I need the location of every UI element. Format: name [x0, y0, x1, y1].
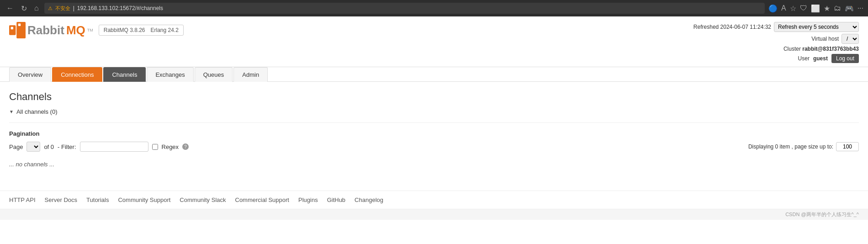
rabbitmq-version: RabbitMQ 3.8.26 [104, 27, 145, 33]
home-button[interactable]: ⌂ [32, 2, 41, 14]
erlang-version: Erlang 24.2 [151, 27, 179, 33]
svg-rect-2 [18, 24, 21, 26]
logo: RabbitMQTM [9, 22, 93, 38]
address-separator: | [73, 5, 74, 11]
footer-link-plugins[interactable]: Plugins [298, 196, 318, 203]
footer-link-community-slack[interactable]: Community Slack [180, 196, 226, 203]
vhost-select[interactable]: / [842, 34, 859, 44]
cluster-row: Cluster rabbit@831f3763bb43 [693, 46, 859, 52]
footer-link-tutorials[interactable]: Tutorials [86, 196, 109, 203]
refresh-row: Refreshed 2024-06-07 11:24:32 Refresh ev… [693, 22, 859, 32]
cluster-name: rabbit@831f3763bb43 [802, 46, 859, 52]
tab-overview[interactable]: Overview [9, 67, 51, 82]
filter-input[interactable] [80, 142, 148, 152]
profile-icon[interactable]: A [781, 4, 786, 12]
pagination-controls: Page of 0 - Filter: Regex ? Displaying 0… [9, 142, 859, 152]
logout-button[interactable]: Log out [831, 54, 859, 63]
filter-label: - Filter: [58, 143, 76, 150]
vhost-row: Virtual host / [693, 34, 859, 44]
no-channels-message: ... no channels ... [9, 161, 859, 168]
svg-rect-3 [11, 27, 13, 29]
logo-mq-text: MQ [66, 23, 85, 37]
logo-tm: TM [87, 28, 93, 32]
more-icon[interactable]: ··· [857, 4, 863, 12]
pagination-right: Displaying 0 item , page size up to: [748, 142, 859, 151]
footer-links: HTTP API Server Docs Tutorials Community… [0, 191, 868, 209]
page-select[interactable] [26, 142, 40, 152]
refresh-select[interactable]: Refresh every 5 seconds Refresh every 10… [774, 22, 859, 32]
browser-chrome: ← ↻ ⌂ ⚠ 不安全 | 192.168.133.102:15672/#/ch… [0, 0, 868, 16]
tab-channels[interactable]: Channels [103, 67, 146, 82]
bottom-bar-text: CSDN @两年半的个人练习生^_^ [785, 212, 859, 217]
tab-admin[interactable]: Admin [233, 67, 268, 82]
all-channels-label: All channels (0) [16, 108, 58, 115]
address-bar: ⚠ 不安全 | 192.168.133.102:15672/#/channels [44, 3, 765, 14]
pagination-label: Pagination [9, 130, 859, 137]
sidebar-icon[interactable]: ⬜ [811, 4, 820, 13]
bottom-bar: CSDN @两年半的个人练习生^_^ [0, 209, 868, 220]
footer-link-http-api[interactable]: HTTP API [9, 196, 36, 203]
section-arrow-icon: ▼ [9, 109, 14, 114]
refresh-button[interactable]: ↻ [19, 2, 29, 15]
app-header: RabbitMQTM RabbitMQ 3.8.26 Erlang 24.2 R… [0, 16, 868, 67]
user-row: User guest Log out [693, 54, 859, 63]
version-info: RabbitMQ 3.8.26 Erlang 24.2 [99, 25, 184, 36]
svg-rect-1 [16, 22, 26, 38]
cluster-label: Cluster [783, 46, 801, 52]
footer-link-changelog[interactable]: Changelog [355, 196, 383, 203]
edge-icon[interactable]: 🔵 [768, 4, 778, 13]
logo-rabbit-text: Rabbit [27, 23, 64, 37]
back-button[interactable]: ← [5, 2, 16, 14]
regex-checkbox[interactable] [152, 144, 158, 150]
header-right: Refreshed 2024-06-07 11:24:32 Refresh ev… [693, 22, 859, 67]
collections-icon[interactable]: ★ [824, 4, 830, 13]
browser-actions: 🔵 A ☆ 🛡 ⬜ ★ 🗂 🎮 ··· [768, 4, 863, 13]
refreshed-timestamp: Refreshed 2024-06-07 11:24:32 [693, 24, 771, 30]
tab-connections[interactable]: Connections [52, 67, 102, 82]
user-name: guest [813, 55, 828, 62]
section-divider [9, 122, 859, 123]
regex-help-icon[interactable]: ? [182, 143, 189, 150]
logo-area: RabbitMQTM RabbitMQ 3.8.26 Erlang 24.2 [9, 22, 184, 42]
pagination-left: Page of 0 - Filter: Regex ? [9, 142, 189, 152]
tab-icon[interactable]: 🗂 [834, 4, 841, 12]
of-label: of 0 [44, 143, 54, 150]
rabbitmq-logo-icon [9, 22, 26, 38]
copilot-icon[interactable]: 🎮 [845, 4, 854, 13]
footer-link-commercial-support[interactable]: Commercial Support [235, 196, 290, 203]
main-content: Channels ▼ All channels (0) Pagination P… [0, 82, 868, 191]
nav-tabs: Overview Connections Channels Exchanges … [0, 67, 868, 82]
extension-icon[interactable]: 🛡 [800, 4, 807, 12]
url-text[interactable]: 192.168.133.102:15672/#/channels [77, 5, 163, 11]
displaying-label: Displaying 0 item , page size up to: [748, 143, 833, 150]
page-title: Channels [9, 91, 859, 103]
page-label: Page [9, 143, 23, 150]
svg-rect-0 [9, 25, 16, 35]
warning-icon: ⚠ [48, 5, 53, 11]
favorite-icon[interactable]: ☆ [790, 4, 796, 13]
regex-label: Regex [162, 143, 179, 150]
tab-exchanges[interactable]: Exchanges [147, 67, 193, 82]
footer-link-server-docs[interactable]: Server Docs [45, 196, 78, 203]
virtual-host-label: Virtual host [811, 36, 839, 42]
user-label: User [798, 55, 810, 62]
footer-link-github[interactable]: GitHub [327, 196, 345, 203]
page-size-input[interactable] [836, 142, 859, 151]
tab-queues[interactable]: Queues [195, 67, 233, 82]
app-container: RabbitMQTM RabbitMQ 3.8.26 Erlang 24.2 R… [0, 16, 868, 244]
insecure-label: 不安全 [55, 5, 70, 12]
section-header: ▼ All channels (0) [9, 108, 859, 115]
footer-link-community-support[interactable]: Community Support [118, 196, 170, 203]
